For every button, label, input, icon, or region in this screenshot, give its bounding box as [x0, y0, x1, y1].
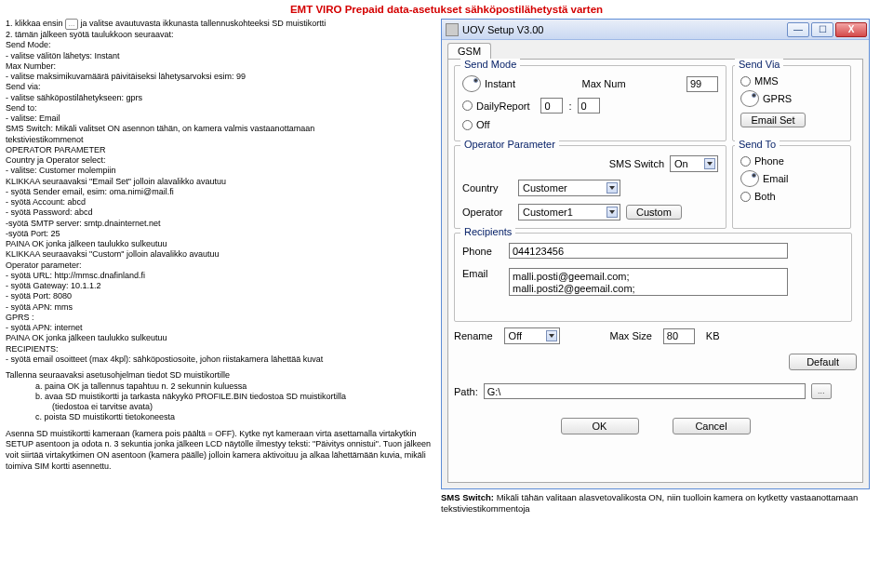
colon: : — [568, 100, 571, 112]
custom-button[interactable]: Custom — [626, 205, 682, 220]
apn-line: - syötä APN: mms — [6, 302, 435, 313]
save-b2: (tiedostoa ei tarvitse avata) — [52, 402, 435, 412]
maxnum-input[interactable] — [686, 76, 718, 92]
country-field-label: Country — [462, 182, 513, 194]
sendmode-label: Send Mode: — [6, 40, 435, 50]
operator-legend: Operator Parameter — [460, 139, 559, 150]
maxnum-value: - valitse maksimikuvamäärä päivitäiseksi… — [6, 72, 435, 82]
paina-ok-line: PAINA OK jonka jälkeen taulukko sulkeutu… — [6, 239, 435, 249]
sms-switch-a: SMS Switch: Mikäli valitset ON asennon t… — [6, 124, 435, 134]
sms-switch-label: SMS Switch — [609, 158, 664, 169]
paina-ok2-line: PAINA OK jonka jälkeen taulukko sulkeutu… — [6, 333, 435, 343]
operator-header: OPERATOR PARAMETER — [6, 145, 435, 155]
cancel-button[interactable]: Cancel — [673, 418, 751, 434]
save-b1: b. avaa SD muistikortti ja tarkasta näky… — [35, 392, 435, 402]
recipients-value: - syötä email osoitteet (max 4kpl): sähk… — [6, 354, 435, 365]
uov-setup-window: UOV Setup V3.00 — ☐ X GSM Send Mode — [441, 19, 870, 489]
radio-instant[interactable]: Instant — [462, 75, 515, 92]
email-field-label: Email — [462, 268, 503, 279]
radio-email[interactable]: Email — [740, 170, 837, 187]
password-line: - syötä Password: abcd — [6, 207, 435, 218]
sms-switch-b: tekstiviestikommenot — [6, 135, 435, 145]
footnote-text: Mikäli tähän valitaan alasvetovalikosta … — [441, 492, 858, 514]
step2: 2. tämän jälkeen syötä taulukkoon seuraa… — [6, 30, 435, 40]
window-title: UOV Setup V3.00 — [462, 24, 543, 35]
sendmode-legend: Send Mode — [460, 59, 520, 70]
instructions-column: 1. klikkaa ensin … ja valitse avautuvast… — [6, 19, 435, 515]
browse-button[interactable]: … — [811, 383, 832, 399]
default-button[interactable]: Default — [789, 354, 857, 370]
port-line: -syötä Port: 25 — [6, 229, 435, 239]
account-line: - syötä Account: abcd — [6, 197, 435, 207]
gprs-label: GPRS : — [6, 313, 435, 323]
rename-label: Rename — [454, 330, 493, 341]
url-line: - syötä URL: http://mmsc.dnafinland.fi — [6, 271, 435, 281]
radio-dailyreport[interactable]: DailyReport — [462, 100, 529, 112]
maxsize-input[interactable] — [663, 328, 695, 344]
country-select[interactable]: Customer — [518, 180, 620, 196]
install-note: Asenna SD muistikortti kameraan (kamera … — [6, 429, 435, 473]
kb-label: KB — [706, 330, 720, 341]
close-button[interactable]: X — [835, 22, 867, 37]
title-bar: UOV Setup V3.00 — ☐ X — [442, 20, 869, 40]
footnote-bold: SMS Switch: — [441, 492, 494, 502]
sms-switch-select[interactable]: On — [670, 155, 718, 172]
port2-line: - syötä Port: 8080 — [6, 291, 435, 301]
sendvia-legend: Send Via — [735, 59, 783, 70]
sendmode-value: - valitse välitön lähetys: Instant — [6, 51, 435, 61]
tab-page: Send Mode Instant Max Num DailyReport — [447, 59, 863, 483]
operator-field-label: Operator — [462, 207, 513, 218]
rename-select[interactable]: Off — [504, 327, 560, 344]
sendto-legend: Send To — [735, 139, 780, 150]
tab-gsm[interactable]: GSM — [447, 43, 491, 59]
email-input[interactable]: malli.posti@geemail.com; malli.posti2@ge… — [509, 268, 788, 296]
operator-select[interactable]: Customer1 — [518, 204, 620, 220]
sendvia-value: - valitse sähköpostilähetykseen: gprs — [6, 93, 435, 103]
save-c: c. poista SD muistikortti tietokoneesta — [35, 412, 435, 422]
email-set-button[interactable]: Email Set — [740, 113, 806, 127]
save-a: a. paina OK ja tallennus tapahtuu n. 2 s… — [35, 381, 435, 392]
smtp-line: -syötä SMTP server: smtp.dnainternet.net — [6, 219, 435, 229]
path-input[interactable] — [484, 383, 806, 399]
dailyreport-hour[interactable] — [540, 98, 563, 114]
country-value: - valitse: Customer molempiin — [6, 166, 435, 176]
maxnum-label: Max Number: — [6, 61, 435, 72]
country-label: Country ja Operator select: — [6, 155, 435, 166]
radio-both[interactable]: Both — [740, 191, 837, 202]
dailyreport-min[interactable] — [578, 98, 600, 114]
maxsize-label: Max Size — [610, 330, 652, 341]
path-label: Path: — [454, 386, 478, 397]
minimize-button[interactable]: — — [787, 22, 809, 37]
operator-parameter: Operator parameter: — [6, 261, 435, 271]
step1-prefix: 1. klikkaa ensin — [6, 19, 65, 28]
radio-gprs[interactable]: GPRS — [740, 90, 837, 107]
sms-switch-footnote: SMS Switch: Mikäli tähän valitaan alasve… — [441, 492, 876, 515]
apn2-line: - syötä APN: internet — [6, 323, 435, 333]
maximize-button[interactable]: ☐ — [811, 22, 833, 37]
save-header: Tallenna seuraavaksi asetusohjelman tied… — [6, 370, 435, 381]
step1-suffix: ja valitse avautuvasta ikkunasta tallenn… — [81, 19, 327, 28]
gateway-line: - syötä Gateway: 10.1.1.2 — [6, 281, 435, 291]
click-custom: KLIKKAA seuraavaksi "Custom" jolloin ala… — [6, 249, 435, 260]
radio-phone[interactable]: Phone — [740, 155, 837, 167]
phone-input[interactable] — [509, 243, 788, 259]
phone-field-label: Phone — [462, 246, 503, 257]
maxnum-label: Max Num — [581, 78, 625, 89]
sendto-value: - valitse: Email — [6, 114, 435, 124]
sendvia-label: Send via: — [6, 82, 435, 92]
radio-mms[interactable]: MMS — [740, 75, 837, 87]
recipients-label: RECIPIENTS: — [6, 344, 435, 354]
page-title: EMT VIRO Prepaid data-asetukset sähköpos… — [0, 0, 893, 15]
sender-line: - syötä Sender email, esim: oma.nimi@mai… — [6, 187, 435, 197]
app-icon — [446, 23, 459, 36]
browse-icon: … — [65, 19, 78, 30]
radio-off[interactable]: Off — [462, 119, 489, 130]
ok-button[interactable]: OK — [561, 418, 639, 434]
sendto-label: Send to: — [6, 103, 435, 114]
click-emailset: KLIKKAA seuraavaksi "Email Set" jolloin … — [6, 177, 435, 187]
recipients-legend: Recipients — [460, 226, 515, 237]
